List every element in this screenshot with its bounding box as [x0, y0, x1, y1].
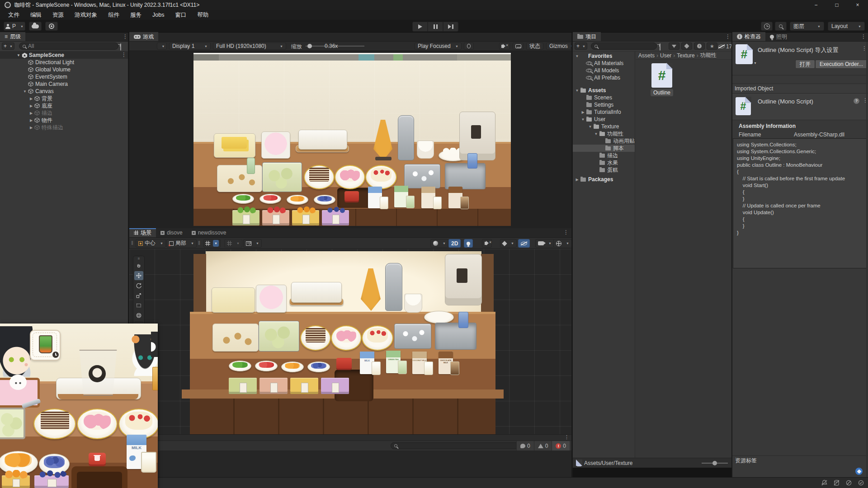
icon-dropdown-arrow[interactable]: ▼	[754, 61, 757, 65]
save-search-button[interactable]: ★	[707, 42, 717, 50]
tab-scene[interactable]: 场景	[129, 228, 156, 237]
grid-visibility-button[interactable]: ▼	[203, 239, 221, 248]
project-tree-row[interactable]: 描边	[573, 152, 635, 159]
menu-item[interactable]: 帮助	[192, 10, 214, 20]
expand-arrow[interactable]: ▼	[587, 125, 593, 129]
menu-item[interactable]: 游戏对象	[69, 10, 103, 20]
layout-dropdown[interactable]: Layout	[828, 22, 865, 31]
hidden-objects-button[interactable]	[518, 239, 530, 248]
resolution-dropdown[interactable]: Full HD (868x488)	[213, 42, 286, 50]
breadcrumb-segment[interactable]: User›	[660, 52, 675, 59]
project-tree-row[interactable]: ▼ 功能性	[573, 130, 635, 137]
project-tree-row[interactable]: 水果	[573, 159, 635, 166]
expand-arrow[interactable]: ▼	[22, 89, 28, 94]
expand-arrow[interactable]: ▶	[28, 111, 34, 115]
menu-item[interactable]: 编辑	[25, 10, 47, 20]
close-button[interactable]: ×	[847, 0, 868, 10]
effects-dropdown-button[interactable]	[500, 239, 517, 248]
lighting-toggle-button[interactable]	[464, 239, 473, 248]
tab-disove[interactable]: disove	[156, 228, 187, 237]
tool-handle-position-button[interactable]: 中心	[136, 239, 166, 248]
expand-arrow[interactable]: ▼	[574, 54, 580, 58]
project-tree-row[interactable]: ▼ Texture	[573, 123, 635, 130]
expand-arrow[interactable]: ▼	[15, 53, 22, 57]
hierarchy-row[interactable]: ▼ Canvas	[0, 88, 128, 95]
menu-item[interactable]: 服务	[125, 10, 147, 20]
scale-tool-button[interactable]	[134, 291, 143, 300]
project-tree-row[interactable]: ▼ User	[573, 116, 635, 123]
zoom-slider-knob[interactable]	[307, 44, 312, 48]
menu-item[interactable]: 资源	[47, 10, 69, 20]
play-button[interactable]	[412, 22, 428, 32]
expand-arrow[interactable]: ▶	[574, 178, 580, 182]
expand-arrow[interactable]: ▶	[580, 110, 586, 114]
rect-tool-button[interactable]	[134, 301, 143, 310]
inspector-scrollbar[interactable]	[866, 42, 868, 477]
expand-arrow[interactable]: ▶	[28, 97, 34, 101]
scene-view-content[interactable]: MILK GREEN TEA COCONUT MILK CHOCOLATE MI…	[129, 249, 571, 434]
open-button[interactable]: 打开	[795, 60, 815, 69]
stats-button[interactable]: 状态	[526, 42, 543, 50]
console-search-input[interactable]	[391, 442, 524, 449]
tab-game[interactable]: 游戏	[129, 32, 158, 41]
layers-dropdown[interactable]: 图层	[790, 22, 824, 31]
script-preview[interactable]: using System.Collections;using System.Co…	[733, 138, 867, 268]
info-counter[interactable]: 0	[516, 441, 534, 450]
camera-dropdown-button[interactable]	[535, 239, 554, 248]
game-mode-dropdown[interactable]	[157, 42, 167, 50]
strip-handle[interactable]: ≡	[138, 257, 140, 261]
search-by-type-button[interactable]	[669, 42, 679, 50]
hierarchy-row[interactable]: ▶ 背景	[0, 95, 128, 102]
gizmos-dropdown[interactable]: Gizmos	[546, 42, 571, 50]
project-tree-row[interactable]: 蛋糕	[573, 166, 635, 174]
scene-header-row[interactable]: ▼ SampleScene ⋮	[0, 52, 128, 59]
hierarchy-row[interactable]: Main Camera	[0, 80, 128, 88]
hierarchy-row[interactable]: Directional Light	[0, 59, 128, 66]
minimize-button[interactable]: −	[806, 0, 826, 10]
tool-handle-rotation-button[interactable]: 局部	[166, 239, 197, 248]
expand-arrow[interactable]: ▶	[28, 126, 34, 130]
frame-debugger-button[interactable]	[464, 42, 474, 50]
asset-grid[interactable]: # Outline	[636, 60, 731, 468]
project-tree-row[interactable]: ▼ Assets	[573, 87, 635, 94]
hierarchy-row[interactable]: ▶ 物件	[0, 117, 128, 124]
hierarchy-row[interactable]: ▶ 特殊描边	[0, 124, 128, 131]
view-tool-button[interactable]	[134, 261, 143, 270]
asset-item-outline[interactable]: # Outline	[650, 63, 674, 99]
error-counter[interactable]: 0	[552, 441, 570, 450]
project-tree-row[interactable]: ▶ Packages	[573, 176, 635, 183]
tab-newdissove[interactable]: newdissove	[187, 228, 231, 237]
cache-server-icon[interactable]	[833, 479, 840, 486]
progress-ok-icon[interactable]	[858, 479, 864, 486]
thumbnail-size-slider[interactable]	[702, 463, 728, 464]
menu-item[interactable]: 窗口	[170, 10, 192, 20]
search-by-label-button[interactable]	[681, 42, 692, 50]
project-tree-row[interactable]: Scenes	[573, 94, 635, 101]
project-tree-row[interactable]: ▶ TutorialInfo	[573, 108, 635, 116]
tab-project[interactable]: 项目	[573, 32, 601, 41]
hidden-count-indicator[interactable]: 17	[718, 43, 732, 50]
game-view-content[interactable]	[129, 51, 571, 228]
footer-menu-icon[interactable]: ⋮	[564, 435, 569, 439]
floating-game-window[interactable]: MILK	[0, 324, 158, 488]
inspector-menu-icon[interactable]: ⋮	[861, 34, 866, 39]
rotate-tool-button[interactable]	[134, 281, 143, 290]
hierarchy-row[interactable]: Global Volume	[0, 66, 128, 73]
project-tree-row[interactable]: Settings	[573, 101, 635, 108]
project-tree-row[interactable]: ▼ Favorites	[573, 52, 635, 60]
warning-counter[interactable]: 0	[534, 441, 552, 450]
transform-tool-button[interactable]	[134, 311, 143, 320]
expand-arrow[interactable]: ▶	[28, 118, 34, 122]
hierarchy-row[interactable]: ▶ 底座	[0, 102, 128, 109]
project-search-input[interactable]	[591, 42, 657, 50]
tab-inspector[interactable]: i 检查器	[732, 32, 765, 41]
play-focused-dropdown[interactable]: Play Focused	[415, 42, 462, 50]
2d-toggle-button[interactable]: 2D	[448, 239, 461, 248]
project-tree-row[interactable]: All Models	[573, 67, 635, 74]
menu-item[interactable]: 组件	[103, 10, 125, 20]
search-button[interactable]	[775, 22, 787, 31]
services-button[interactable]	[45, 22, 58, 31]
step-button[interactable]	[443, 22, 458, 32]
search-in-icon[interactable]	[660, 43, 660, 51]
project-add-button[interactable]: +	[575, 42, 587, 50]
